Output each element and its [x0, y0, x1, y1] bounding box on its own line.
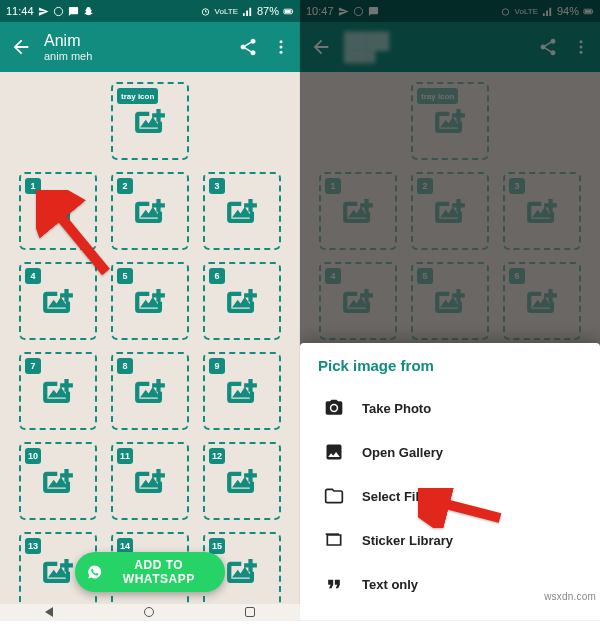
- library-icon: [324, 530, 344, 550]
- app-bar: Anim anim meh: [0, 22, 300, 72]
- add-image-icon: [133, 374, 167, 408]
- option-label: Sticker Library: [362, 533, 453, 548]
- slot-number: 1: [25, 178, 41, 194]
- page-subtitle: anim meh: [44, 50, 238, 62]
- nav-back-icon[interactable]: [45, 607, 53, 617]
- svg-rect-3: [285, 10, 291, 13]
- back-icon[interactable]: [10, 36, 32, 58]
- tray-slot[interactable]: tray icon: [111, 82, 189, 160]
- whatsapp-icon: [87, 562, 103, 582]
- slot-number: 10: [25, 448, 41, 464]
- option-sticker-library[interactable]: Sticker Library: [318, 518, 582, 562]
- svg-point-5: [280, 40, 283, 43]
- svg-point-6: [280, 46, 283, 49]
- sticker-slot[interactable]: 7: [19, 352, 97, 430]
- add-image-icon: [133, 284, 167, 318]
- whatsapp-status-icon: [53, 6, 64, 17]
- message-icon: [68, 6, 79, 17]
- sticker-slot[interactable]: 9: [203, 352, 281, 430]
- add-image-icon: [41, 464, 75, 498]
- tray-badge: tray icon: [117, 88, 158, 104]
- status-battery: 87%: [257, 5, 279, 17]
- add-image-icon: [225, 464, 259, 498]
- add-image-icon: [41, 554, 75, 588]
- add-to-whatsapp-button[interactable]: ADD TO WHATSAPP: [75, 552, 225, 592]
- slot-number: 12: [209, 448, 225, 464]
- status-bar: 11:44 VoLTE 87%: [0, 0, 300, 22]
- option-label: Take Photo: [362, 401, 431, 416]
- sticker-slot[interactable]: 11: [111, 442, 189, 520]
- nav-home-icon[interactable]: [144, 607, 154, 617]
- svg-point-0: [54, 7, 62, 15]
- sticker-grid: tray icon 123456789101112131415: [0, 72, 300, 620]
- add-image-icon: [133, 464, 167, 498]
- phone-right: 10:47 VoLTE 94% ████ ████: [300, 0, 600, 620]
- option-label: Select File: [362, 489, 426, 504]
- page-title: Anim: [44, 32, 238, 50]
- sheet-title: Pick image from: [318, 357, 582, 374]
- add-image-icon: [133, 104, 167, 138]
- slot-number: 13: [25, 538, 41, 554]
- sticker-slot[interactable]: 2: [111, 172, 189, 250]
- sticker-slot[interactable]: 1: [19, 172, 97, 250]
- add-image-icon: [225, 284, 259, 318]
- add-image-icon: [133, 194, 167, 228]
- add-image-icon: [225, 194, 259, 228]
- sticker-slot[interactable]: 5: [111, 262, 189, 340]
- slot-number: 15: [209, 538, 225, 554]
- add-image-icon: [41, 194, 75, 228]
- slot-number: 8: [117, 358, 133, 374]
- add-image-icon: [225, 554, 259, 588]
- svg-rect-4: [292, 10, 293, 12]
- fab-label: ADD TO WHATSAPP: [111, 558, 207, 586]
- alarm-icon: [200, 6, 211, 17]
- sticker-slot[interactable]: 4: [19, 262, 97, 340]
- slot-number: 5: [117, 268, 133, 284]
- quote-icon: [324, 574, 344, 594]
- battery-icon: [283, 6, 294, 17]
- sticker-slot[interactable]: 12: [203, 442, 281, 520]
- slot-number: 2: [117, 178, 133, 194]
- add-image-icon: [41, 374, 75, 408]
- sticker-slot[interactable]: 10: [19, 442, 97, 520]
- snapchat-icon: [83, 6, 94, 17]
- slot-number: 7: [25, 358, 41, 374]
- gallery-icon: [324, 442, 344, 462]
- status-net: VoLTE: [215, 7, 238, 16]
- sticker-slot[interactable]: 3: [203, 172, 281, 250]
- more-icon[interactable]: [272, 38, 290, 56]
- watermark: wsxdn.com: [544, 591, 596, 602]
- signal-icon: [242, 6, 253, 17]
- option-take-photo[interactable]: Take Photo: [318, 386, 582, 430]
- sticker-slot[interactable]: 8: [111, 352, 189, 430]
- option-label: Text only: [362, 577, 418, 592]
- telegram-icon: [38, 6, 49, 17]
- svg-point-7: [280, 51, 283, 54]
- slot-number: 3: [209, 178, 225, 194]
- folder-icon: [324, 486, 344, 506]
- slot-number: 9: [209, 358, 225, 374]
- pick-image-sheet: Pick image from Take Photo Open Gallery …: [300, 343, 600, 620]
- sticker-slot[interactable]: 6: [203, 262, 281, 340]
- add-image-icon: [225, 374, 259, 408]
- status-time: 11:44: [6, 5, 34, 17]
- option-text-only[interactable]: Text only: [318, 562, 582, 606]
- option-select-file[interactable]: Select File: [318, 474, 582, 518]
- slot-number: 11: [117, 448, 133, 464]
- option-label: Open Gallery: [362, 445, 443, 460]
- slot-number: 6: [209, 268, 225, 284]
- option-open-gallery[interactable]: Open Gallery: [318, 430, 582, 474]
- nav-recent-icon[interactable]: [245, 607, 255, 617]
- camera-icon: [324, 398, 344, 418]
- add-image-icon: [41, 284, 75, 318]
- android-nav: [0, 604, 300, 620]
- slot-number: 4: [25, 268, 41, 284]
- share-icon[interactable]: [238, 37, 258, 57]
- phone-left: 11:44 VoLTE 87% Anim anim meh: [0, 0, 300, 620]
